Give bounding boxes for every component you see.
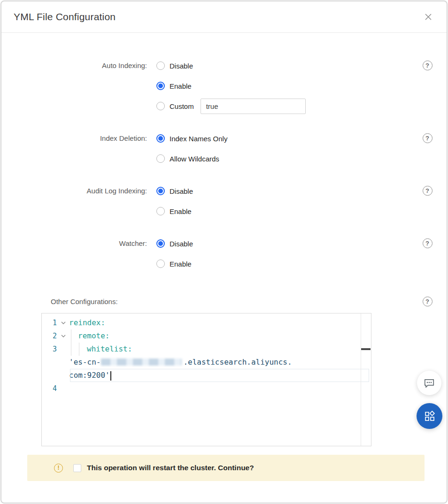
help-icon[interactable]: ?	[423, 61, 433, 70]
editor-line-1: 1 reindex:	[42, 316, 371, 329]
editor-scrollbar-gutter	[361, 313, 361, 446]
yml-config-dialog: YML File Configuration Auto Indexing: Di…	[0, 0, 448, 504]
page-title: YML File Configuration	[14, 11, 116, 23]
fold-chevron-icon[interactable]	[58, 320, 69, 326]
audit-log-options: Disable Enable	[156, 184, 417, 218]
auto-indexing-options: Disable Enable Custom	[156, 59, 417, 113]
chat-bubble-icon	[423, 377, 435, 389]
radio-unchecked-icon[interactable]	[156, 61, 165, 70]
auto-indexing-custom-option[interactable]: Custom	[156, 99, 417, 113]
yaml-string: 'es-cn-	[69, 358, 100, 367]
help-icon[interactable]: ?	[423, 297, 433, 306]
widgets-grid-icon	[424, 411, 435, 422]
custom-value-input[interactable]	[201, 99, 306, 114]
widgets-button[interactable]	[417, 403, 442, 429]
audit-log-enable-option[interactable]: Enable	[156, 205, 417, 218]
radio-checked-icon[interactable]	[156, 82, 165, 90]
index-names-only-option[interactable]: Index Names Only	[156, 132, 417, 145]
option-label: Disable	[170, 62, 193, 70]
option-label: Allow Wildcards	[170, 155, 219, 163]
field-auto-indexing: Auto Indexing: Disable Enable Custom	[27, 59, 437, 113]
option-label: Disable	[170, 187, 193, 195]
restart-warning-text: This operation will restart the cluster.…	[87, 464, 254, 472]
line-number: 2	[42, 332, 58, 340]
other-configurations-label: Other Configurations:	[51, 295, 118, 308]
radio-unchecked-icon[interactable]	[156, 260, 165, 268]
feedback-chat-button[interactable]	[417, 371, 441, 395]
fold-chevron-icon[interactable]	[58, 333, 69, 339]
warning-icon: !	[54, 464, 63, 473]
confirm-restart-checkbox[interactable]	[73, 464, 81, 472]
editor-line-3-wrap-1: 'es-cn-.elasticsearch.aliyuncs.	[42, 356, 371, 369]
index-deletion-label: Index Deletion:	[27, 132, 147, 145]
audit-log-label: Audit Log Indexing:	[27, 184, 147, 198]
editor-line-3-wrap-2: com:9200'	[42, 369, 371, 382]
watcher-disable-option[interactable]: Disable	[156, 237, 417, 250]
radio-unchecked-icon[interactable]	[156, 207, 165, 215]
field-audit-log-indexing: Audit Log Indexing: Disable Enable ?	[27, 184, 437, 218]
auto-indexing-enable-option[interactable]: Enable	[156, 79, 417, 92]
help-icon[interactable]: ?	[423, 238, 433, 248]
auto-indexing-label: Auto Indexing:	[27, 59, 147, 72]
indent-guide	[79, 343, 79, 356]
yaml-string: .elasticsearch.aliyuncs.	[183, 358, 292, 367]
help-icon[interactable]: ?	[423, 186, 433, 196]
allow-wildcards-option[interactable]: Allow Wildcards	[156, 152, 417, 165]
option-label: Custom	[170, 102, 194, 110]
editor-line-3: 3 whitelist:	[42, 343, 371, 356]
field-index-deletion: Index Deletion: Index Names Only Allow W…	[27, 132, 437, 165]
watcher-label: Watcher:	[27, 237, 147, 250]
editor-line-4: 4	[42, 382, 371, 395]
restart-warning-banner: ! This operation will restart the cluste…	[27, 455, 425, 481]
scrollbar-marker[interactable]	[361, 348, 371, 350]
close-icon	[424, 13, 433, 21]
watcher-options: Disable Enable	[156, 237, 417, 270]
radio-checked-icon[interactable]	[156, 239, 165, 248]
yaml-key: reindex:	[69, 318, 105, 327]
line-number: 1	[42, 319, 58, 327]
option-label: Enable	[170, 260, 192, 268]
line-number: 4	[42, 384, 58, 393]
redacted-text	[101, 359, 182, 366]
field-watcher: Watcher: Disable Enable ?	[27, 237, 437, 270]
radio-checked-icon[interactable]	[156, 187, 165, 195]
screen: YML File Configuration Auto Indexing: Di…	[0, 0, 448, 504]
index-deletion-options: Index Names Only Allow Wildcards	[156, 132, 417, 165]
radio-unchecked-icon[interactable]	[156, 154, 165, 163]
dialog-body: Auto Indexing: Disable Enable Custom	[1, 33, 447, 481]
option-label: Enable	[170, 82, 192, 90]
yaml-key: remote:	[69, 329, 109, 343]
option-label: Disable	[170, 240, 193, 248]
yml-editor[interactable]: 1 reindex: 2 remote: 3 whitelist:	[41, 313, 371, 446]
yaml-string: com:9200'	[69, 371, 110, 380]
help-icon[interactable]: ?	[423, 133, 433, 143]
field-other-configurations: Other Configurations: ?	[27, 295, 437, 308]
audit-log-disable-option[interactable]: Disable	[156, 184, 417, 198]
indent-guide	[71, 329, 71, 343]
line-number: 3	[42, 345, 58, 353]
auto-indexing-disable-option[interactable]: Disable	[156, 59, 417, 72]
indent-guide	[71, 343, 71, 356]
radio-checked-icon[interactable]	[156, 134, 165, 143]
close-button[interactable]	[422, 11, 434, 23]
editor-line-2: 2 remote:	[42, 329, 371, 343]
watcher-enable-option[interactable]: Enable	[156, 257, 417, 270]
text-cursor	[110, 371, 111, 381]
radio-unchecked-icon[interactable]	[156, 102, 165, 110]
option-label: Enable	[170, 207, 192, 215]
dialog-header: YML File Configuration	[1, 1, 447, 33]
option-label: Index Names Only	[170, 135, 227, 143]
